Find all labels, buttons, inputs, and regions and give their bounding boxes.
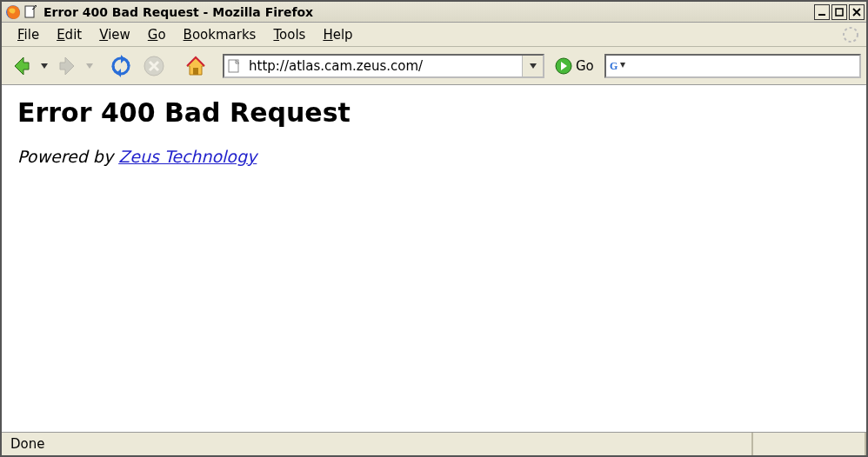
page-favicon-icon (224, 56, 245, 76)
powered-by-link[interactable]: Zeus Technology (118, 147, 257, 166)
back-button[interactable] (7, 51, 37, 81)
menubar: File Edit View Go Bookmarks Tools Help (2, 23, 866, 47)
maximize-button[interactable] (831, 4, 847, 20)
page-content: Error 400 Bad Request Powered by Zeus Te… (2, 85, 866, 433)
menu-view[interactable]: View (90, 24, 139, 45)
reload-button[interactable] (106, 51, 136, 81)
search-bar: G (604, 54, 861, 78)
svg-text:G: G (610, 60, 618, 72)
statusbar: Done (2, 433, 866, 455)
window-title: Error 400 Bad Request - Mozilla Firefox (43, 5, 313, 19)
titlebar: Error 400 Bad Request - Mozilla Firefox (2, 2, 866, 23)
home-button[interactable] (181, 51, 210, 81)
document-pin-icon (24, 5, 38, 19)
go-button[interactable]: Go (548, 54, 601, 78)
menu-help[interactable]: Help (314, 24, 361, 45)
error-heading: Error 400 Bad Request (17, 97, 851, 128)
close-button[interactable] (849, 4, 865, 20)
svg-rect-1 (25, 6, 34, 17)
forward-button[interactable] (52, 51, 82, 81)
search-input[interactable] (631, 56, 859, 76)
back-history-dropdown[interactable] (40, 51, 49, 81)
menu-edit[interactable]: Edit (48, 24, 90, 45)
activity-throbber-icon (842, 26, 859, 43)
menu-go[interactable]: Go (139, 24, 175, 45)
svg-rect-2 (818, 14, 825, 16)
menu-tools[interactable]: Tools (264, 24, 314, 45)
search-engine-icon[interactable]: G (606, 56, 631, 76)
forward-history-dropdown[interactable] (85, 51, 94, 81)
svg-rect-6 (193, 68, 198, 75)
url-input[interactable] (245, 56, 522, 76)
navigation-toolbar: Go G (2, 47, 866, 85)
firefox-icon (5, 4, 21, 20)
svg-rect-3 (836, 9, 843, 16)
powered-by-prefix: Powered by (17, 147, 118, 166)
stop-button[interactable] (139, 51, 169, 81)
svg-point-4 (844, 28, 858, 42)
go-label: Go (576, 58, 594, 74)
url-bar (223, 54, 544, 78)
url-history-dropdown[interactable] (522, 56, 543, 76)
status-text: Done (2, 433, 753, 455)
menu-file[interactable]: File (9, 24, 48, 45)
status-side-panel (753, 433, 866, 455)
powered-by-line: Powered by Zeus Technology (17, 147, 851, 166)
minimize-button[interactable] (814, 4, 830, 20)
browser-window: Error 400 Bad Request - Mozilla Firefox … (0, 0, 868, 457)
menu-bookmarks[interactable]: Bookmarks (175, 24, 265, 45)
